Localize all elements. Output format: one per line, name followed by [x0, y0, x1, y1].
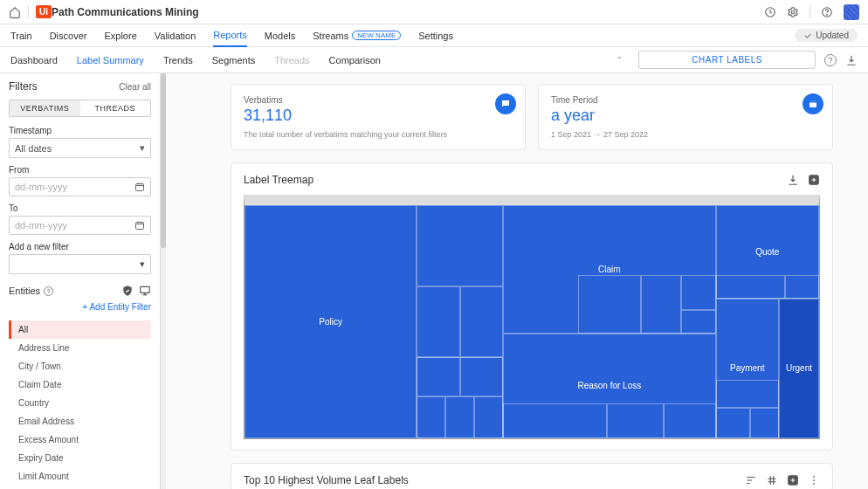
- maintabs-left: Train Discover Explore Validation Report…: [10, 24, 453, 47]
- body: Filters Clear all VERBATIMS THREADS Time…: [0, 73, 868, 489]
- svg-point-11: [813, 476, 815, 478]
- grid-icon[interactable]: [766, 474, 778, 486]
- svg-rect-8: [809, 101, 816, 103]
- topbar: Ui Path Communications Mining: [0, 0, 868, 24]
- entity-item[interactable]: Country: [9, 394, 151, 412]
- more-icon[interactable]: [808, 474, 820, 486]
- help-circle-icon[interactable]: ?: [824, 54, 837, 66]
- verbatims-count: 31,110: [244, 107, 513, 125]
- home-icon[interactable]: [9, 6, 21, 18]
- topbar-right: [764, 4, 859, 20]
- shield-check-icon[interactable]: [121, 285, 134, 297]
- entity-item[interactable]: Policy Number: [9, 486, 151, 489]
- timestamp-label: Timestamp: [9, 126, 151, 135]
- expand-icon[interactable]: [808, 174, 820, 186]
- sort-icon[interactable]: [745, 474, 757, 486]
- filters-title: Filters: [9, 80, 38, 93]
- entity-item[interactable]: Address Line: [9, 339, 151, 357]
- add-filter-label: Add a new filter: [9, 242, 151, 251]
- app-title: Path Communications Mining: [52, 6, 199, 18]
- toggle-threads[interactable]: THREADS: [80, 100, 151, 116]
- entities-help-icon[interactable]: ?: [44, 286, 53, 296]
- subtab-threads: Threads: [274, 55, 309, 65]
- period-card: Time Period a year 1 Sep 2021 → 27 Sep 2…: [538, 84, 833, 150]
- logo-badge: Ui: [36, 5, 52, 18]
- expand-icon[interactable]: [787, 474, 799, 486]
- treemap-card: Label Treemap Policy C: [231, 162, 833, 451]
- maintabs: Train Discover Explore Validation Report…: [0, 24, 868, 47]
- entity-item[interactable]: Email Address: [9, 412, 151, 430]
- add-entity-filter-button[interactable]: + Add Entity Filter: [9, 302, 151, 312]
- subtab-dashboard[interactable]: Dashboard: [10, 55, 58, 65]
- avatar[interactable]: [844, 4, 859, 20]
- filters-sidebar: Filters Clear all VERBATIMS THREADS Time…: [0, 73, 161, 489]
- svg-rect-6: [141, 286, 150, 293]
- entity-item[interactable]: Limit Amount: [9, 467, 151, 486]
- card-desc: The total number of verbatims matching y…: [244, 130, 513, 139]
- download-icon[interactable]: [845, 54, 858, 66]
- chevron-down-icon: ▾: [140, 258, 145, 270]
- entity-item[interactable]: Excess Amount: [9, 430, 151, 449]
- toggle-verbatims[interactable]: VERBATIMS: [10, 100, 80, 116]
- svg-point-13: [813, 483, 815, 485]
- treemap-box-quote[interactable]: Quote: [755, 247, 779, 257]
- caret-up-icon[interactable]: ⌃: [616, 55, 623, 65]
- maintab-reports[interactable]: Reports: [213, 24, 247, 47]
- entity-item-all[interactable]: All: [9, 320, 151, 339]
- clock-icon[interactable]: [764, 6, 776, 18]
- maintab-discover[interactable]: Discover: [50, 24, 87, 47]
- maintab-explore[interactable]: Explore: [104, 24, 136, 47]
- badge-new: NEW NAME: [352, 31, 401, 40]
- gear-icon[interactable]: [787, 6, 799, 18]
- card-desc: 1 Sep 2021 → 27 Sep 2022: [551, 130, 820, 139]
- subtab-label-summary[interactable]: Label Summary: [77, 55, 144, 65]
- monitor-icon[interactable]: [139, 285, 151, 297]
- maintab-validation[interactable]: Validation: [155, 24, 196, 47]
- top10-card: Top 10 Highest Volume Leaf Labels: [231, 463, 833, 489]
- maintab-models[interactable]: Models: [265, 24, 295, 47]
- treemap-box-reason[interactable]: Reason for Loss: [577, 381, 641, 390]
- from-label: From: [9, 165, 151, 175]
- download-icon[interactable]: [787, 174, 799, 186]
- subtabs: Dashboard Label Summary Trends Segments …: [0, 47, 868, 73]
- chevron-down-icon: ▾: [140, 142, 145, 154]
- card-label: Verbatims: [244, 95, 513, 105]
- main-content: Verbatims 31,110 The total number of ver…: [161, 73, 868, 489]
- treemap-box-payment[interactable]: Payment: [730, 363, 764, 373]
- maintab-settings[interactable]: Settings: [418, 24, 453, 47]
- from-date-input[interactable]: dd-mm-yyyy: [9, 177, 151, 196]
- top10-title: Top 10 Highest Volume Leaf Labels: [244, 474, 409, 486]
- subtabs-right: ⌃ CHART LABELS ?: [616, 51, 858, 69]
- svg-point-3: [827, 14, 828, 15]
- clear-all-button[interactable]: Clear all: [119, 82, 151, 92]
- treemap-chart[interactable]: Policy Claim Reason for Loss: [244, 195, 820, 439]
- maintab-train[interactable]: Train: [10, 24, 32, 47]
- svg-point-1: [791, 10, 795, 14]
- to-date-input[interactable]: dd-mm-yyyy: [9, 216, 151, 235]
- maintab-streams[interactable]: StreamsNEW NAME: [313, 24, 401, 47]
- svg-point-12: [813, 479, 815, 481]
- summary-cards: Verbatims 31,110 The total number of ver…: [231, 84, 833, 150]
- subtab-comparison[interactable]: Comparison: [329, 55, 381, 65]
- scrollbar-thumb[interactable]: [161, 73, 166, 248]
- entity-item[interactable]: Expiry Date: [9, 449, 151, 467]
- entity-list: All Address Line City / Town Claim Date …: [9, 320, 151, 489]
- svg-rect-4: [136, 184, 144, 191]
- calendar-circle-icon: [803, 93, 823, 114]
- treemap-box-urgent[interactable]: Urgent: [786, 363, 812, 373]
- entity-item[interactable]: City / Town: [9, 357, 151, 375]
- chat-icon: [495, 93, 516, 114]
- filter-mode-toggle: VERBATIMS THREADS: [9, 100, 151, 117]
- subtab-segments[interactable]: Segments: [212, 55, 256, 65]
- entity-item[interactable]: Claim Date: [9, 375, 151, 394]
- timestamp-select[interactable]: All dates ▾: [9, 138, 151, 158]
- chart-labels-button[interactable]: CHART LABELS: [638, 51, 816, 69]
- treemap-box-claim[interactable]: Claim: [598, 265, 621, 274]
- subtab-trends[interactable]: Trends: [163, 55, 193, 65]
- calendar-icon: [134, 220, 145, 231]
- entities-label: Entities ?: [9, 286, 53, 296]
- help-icon[interactable]: [821, 6, 833, 18]
- treemap-box-policy[interactable]: Policy: [319, 317, 342, 327]
- add-filter-select[interactable]: ▾: [9, 254, 151, 274]
- period-value: a year: [551, 107, 820, 125]
